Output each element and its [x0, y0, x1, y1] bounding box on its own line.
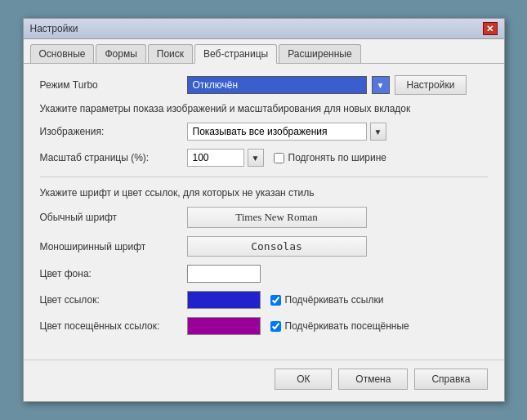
images-dropdown-arrow[interactable]: ▼: [370, 123, 386, 141]
mono-font-row: Моноширинный шрифт Consolas: [40, 236, 488, 257]
fonts-section-description: Укажите шрифт и цвет ссылок, для которых…: [40, 187, 488, 199]
turbo-dropdown-arrow[interactable]: ▼: [372, 76, 390, 94]
tab-advanced[interactable]: Расширенные: [279, 44, 361, 63]
dialog-title: Настройки: [30, 23, 78, 34]
visited-color-swatch[interactable]: [187, 317, 261, 335]
turbo-dropdown[interactable]: Отключён: [187, 76, 367, 94]
tab-bar: Основные Формы Поиск Веб-страницы Расшир…: [24, 39, 504, 64]
ok-button[interactable]: ОК: [275, 369, 332, 390]
scale-dropdown-arrow[interactable]: ▼: [248, 149, 264, 167]
bottom-bar: ОК Отмена Справка: [24, 360, 504, 401]
scale-wrap: ▼ Подгонять по ширине: [187, 149, 387, 167]
tab-basic[interactable]: Основные: [30, 44, 95, 63]
dialog: Настройки ✕ Основные Формы Поиск Веб-стр…: [23, 18, 505, 402]
images-label: Изображения:: [40, 126, 187, 137]
scale-row: Масштаб страницы (%): ▼ Подгонять по шир…: [40, 149, 488, 167]
link-color-row: Цвет ссылок: Подчёркивать ссылки: [40, 291, 488, 309]
content-area: Режим Turbo Отключён ▼ Настройки Укажите…: [24, 64, 504, 355]
link-underline-text: Подчёркивать ссылки: [285, 294, 384, 306]
scale-input[interactable]: [187, 149, 244, 167]
turbo-settings-button[interactable]: Настройки: [395, 75, 467, 95]
titlebar: Настройки ✕: [24, 19, 504, 39]
divider-1: [40, 176, 488, 177]
regular-font-button[interactable]: Times New Roman: [187, 207, 367, 228]
bg-color-row: Цвет фона:: [40, 265, 488, 283]
tab-forms[interactable]: Формы: [96, 44, 145, 63]
fit-width-checkbox[interactable]: [274, 153, 284, 163]
images-row: Изображения: Показывать все изображения …: [40, 123, 488, 141]
images-section-description: Укажите параметры показа изображений и м…: [40, 103, 488, 114]
visited-color-label: Цвет посещённых ссылок:: [40, 320, 187, 332]
tab-web[interactable]: Веб-страницы: [194, 44, 277, 64]
bg-color-swatch[interactable]: [187, 265, 261, 283]
mono-font-label: Моноширинный шрифт: [40, 241, 187, 252]
link-underline-label[interactable]: Подчёркивать ссылки: [270, 294, 384, 306]
cancel-button[interactable]: Отмена: [338, 369, 408, 390]
link-underline-checkbox[interactable]: [270, 295, 281, 306]
fit-width-text: Подгонять по ширине: [288, 152, 387, 163]
mono-font-button[interactable]: Consolas: [187, 236, 367, 257]
regular-font-row: Обычный шрифт Times New Roman: [40, 207, 488, 228]
turbo-row: Режим Turbo Отключён ▼ Настройки: [40, 75, 488, 95]
scale-label: Масштаб страницы (%):: [40, 152, 187, 163]
images-dropdown[interactable]: Показывать все изображения: [187, 123, 367, 141]
visited-color-row: Цвет посещённых ссылок: Подчёркивать пос…: [40, 317, 488, 335]
close-button[interactable]: ✕: [483, 22, 498, 35]
images-dropdown-wrap: Показывать все изображения ▼: [187, 123, 386, 141]
turbo-dropdown-wrap: Отключён ▼ Настройки: [187, 75, 467, 95]
bg-color-label: Цвет фона:: [40, 268, 187, 279]
visited-underline-text: Подчёркивать посещённые: [285, 320, 409, 332]
fit-width-label[interactable]: Подгонять по ширине: [274, 152, 387, 163]
link-color-label: Цвет ссылок:: [40, 294, 187, 306]
link-color-swatch[interactable]: [187, 291, 261, 309]
visited-underline-checkbox[interactable]: [270, 321, 281, 332]
turbo-label: Режим Turbo: [40, 79, 187, 91]
regular-font-label: Обычный шрифт: [40, 212, 187, 223]
tab-search[interactable]: Поиск: [148, 44, 193, 63]
visited-underline-label[interactable]: Подчёркивать посещённые: [270, 320, 409, 332]
help-button[interactable]: Справка: [414, 369, 487, 390]
